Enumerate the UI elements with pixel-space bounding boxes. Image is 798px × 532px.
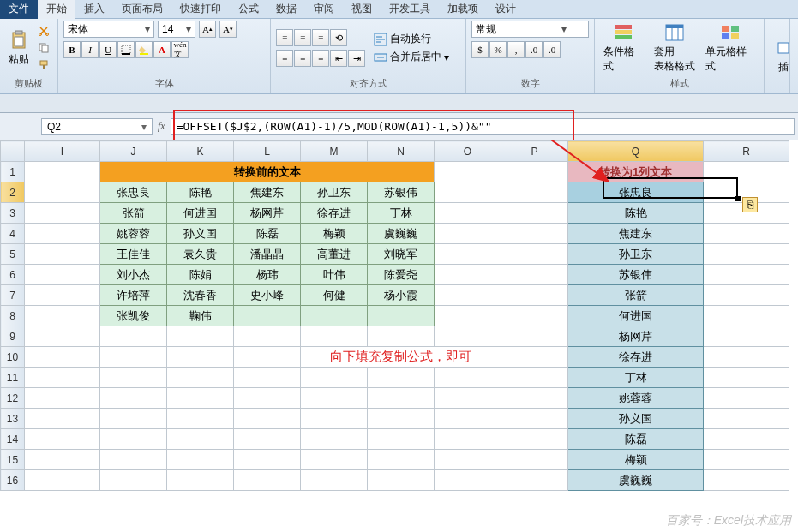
cell-L15[interactable] [234, 450, 301, 470]
tab-data[interactable]: 数据 [267, 0, 305, 19]
cell-P16[interactable] [501, 470, 568, 491]
cell-I4[interactable] [25, 224, 100, 244]
cell-K3[interactable]: 何进国 [167, 203, 234, 224]
align-middle-icon[interactable]: ≡ [294, 29, 311, 46]
border-button[interactable] [117, 41, 135, 58]
cell-N11[interactable] [368, 368, 435, 388]
merge-button[interactable]: 合并后居中▾ [374, 50, 449, 64]
paste-button[interactable]: 粘贴 [5, 28, 33, 69]
format-painter-icon[interactable] [36, 57, 51, 73]
cell-M5[interactable]: 高董进 [301, 244, 368, 265]
align-top-icon[interactable]: ≡ [276, 29, 293, 46]
cell-L4[interactable]: 陈磊 [234, 224, 301, 244]
fill-color-button[interactable] [135, 41, 153, 58]
tab-review[interactable]: 审阅 [305, 0, 343, 19]
col-header-M[interactable]: M [301, 141, 368, 162]
cell-L8[interactable] [234, 306, 301, 326]
wrap-text-button[interactable]: 自动换行 [374, 32, 449, 46]
row-header-7[interactable]: 7 [1, 285, 25, 306]
cell-I16[interactable] [25, 470, 100, 491]
cell-O7[interactable] [435, 285, 501, 306]
cell-L11[interactable] [234, 368, 301, 388]
cell-N7[interactable]: 杨小霞 [368, 285, 435, 306]
cell-J10[interactable] [100, 347, 167, 368]
tab-quickprint[interactable]: 快速打印 [171, 0, 230, 19]
chevron-down-icon[interactable]: ▾ [141, 121, 147, 133]
row-header-3[interactable]: 3 [1, 203, 25, 224]
indent-inc-icon[interactable]: ⇥ [348, 50, 365, 67]
cell-O15[interactable] [435, 450, 501, 470]
col-header-I[interactable]: I [25, 141, 100, 162]
cell-Q4[interactable]: 焦建东 [568, 224, 704, 244]
row-header-4[interactable]: 4 [1, 224, 25, 244]
cell-style-button[interactable]: 单元格样式 [702, 21, 759, 75]
bold-button[interactable]: B [63, 41, 81, 58]
cell-K15[interactable] [167, 450, 234, 470]
cell-K10[interactable] [167, 347, 234, 368]
cell-J13[interactable] [100, 409, 167, 429]
cell-R9[interactable] [704, 326, 789, 347]
cell-M10[interactable]: 向下填充复制公式，即可 [301, 347, 501, 368]
cell-M13[interactable] [301, 409, 368, 429]
cell-O6[interactable] [435, 265, 501, 285]
tab-home[interactable]: 开始 [38, 0, 75, 19]
cell-N13[interactable] [368, 409, 435, 429]
cell-R16[interactable] [704, 470, 789, 491]
cell-R12[interactable] [704, 388, 789, 409]
cell-O12[interactable] [435, 388, 501, 409]
cell-J3[interactable]: 张箭 [100, 203, 167, 224]
cell-K9[interactable] [167, 326, 234, 347]
cell-Q8[interactable]: 何进国 [568, 306, 704, 326]
copy-icon[interactable] [36, 40, 51, 56]
cell-Q16[interactable]: 虞巍巍 [568, 470, 704, 491]
cell-L12[interactable] [234, 388, 301, 409]
cell-O3[interactable] [435, 203, 501, 224]
italic-button[interactable]: I [81, 41, 99, 58]
table-format-button[interactable]: 套用 表格格式 [651, 21, 699, 75]
cell-L5[interactable]: 潘晶晶 [234, 244, 301, 265]
decrease-font-icon[interactable]: A▾ [219, 21, 237, 38]
cell-N5[interactable]: 刘晓军 [368, 244, 435, 265]
cell-J5[interactable]: 王佳佳 [100, 244, 167, 265]
cell-P6[interactable] [501, 265, 568, 285]
cell-I7[interactable] [25, 285, 100, 306]
spreadsheet-grid[interactable]: IJKLMNOPQR1转换前的文本转换为1列文本2张忠良陈艳焦建东孙卫东苏银伟张… [0, 140, 798, 491]
cell-I15[interactable] [25, 450, 100, 470]
cell-K16[interactable] [167, 470, 234, 491]
cell-M8[interactable] [301, 306, 368, 326]
cell-N8[interactable] [368, 306, 435, 326]
cell-J9[interactable] [100, 326, 167, 347]
cell-P12[interactable] [501, 388, 568, 409]
cell-N14[interactable] [368, 429, 435, 450]
cell-P2[interactable] [501, 182, 568, 203]
cell-O9[interactable] [435, 326, 501, 347]
cell-J11[interactable] [100, 368, 167, 388]
cell-I13[interactable] [25, 409, 100, 429]
cell-I5[interactable] [25, 244, 100, 265]
col-header-O[interactable]: O [435, 141, 501, 162]
cell-N16[interactable] [368, 470, 435, 491]
smart-tag-icon[interactable]: ⎘ [742, 197, 758, 212]
cell-J2[interactable]: 张忠良 [100, 182, 167, 203]
cell-M6[interactable]: 叶伟 [301, 265, 368, 285]
cell-O5[interactable] [435, 244, 501, 265]
cell-I6[interactable] [25, 265, 100, 285]
cell-P14[interactable] [501, 429, 568, 450]
row-header-13[interactable]: 13 [1, 409, 25, 429]
row-header-10[interactable]: 10 [1, 347, 25, 368]
cell-K6[interactable]: 陈娟 [167, 265, 234, 285]
cell-I3[interactable] [25, 203, 100, 224]
cell-Q3[interactable]: 陈艳 [568, 203, 704, 224]
cell-P13[interactable] [501, 409, 568, 429]
cell-N9[interactable] [368, 326, 435, 347]
cell-I12[interactable] [25, 388, 100, 409]
cell-L16[interactable] [234, 470, 301, 491]
cell-I11[interactable] [25, 368, 100, 388]
cell-L2[interactable]: 焦建东 [234, 182, 301, 203]
cell-Q1[interactable]: 转换为1列文本 [568, 162, 704, 182]
cell-L14[interactable] [234, 429, 301, 450]
number-format-combo[interactable]: ▾ [471, 21, 589, 38]
cell-N2[interactable]: 苏银伟 [368, 182, 435, 203]
row-header-8[interactable]: 8 [1, 306, 25, 326]
cell-K7[interactable]: 沈春香 [167, 285, 234, 306]
